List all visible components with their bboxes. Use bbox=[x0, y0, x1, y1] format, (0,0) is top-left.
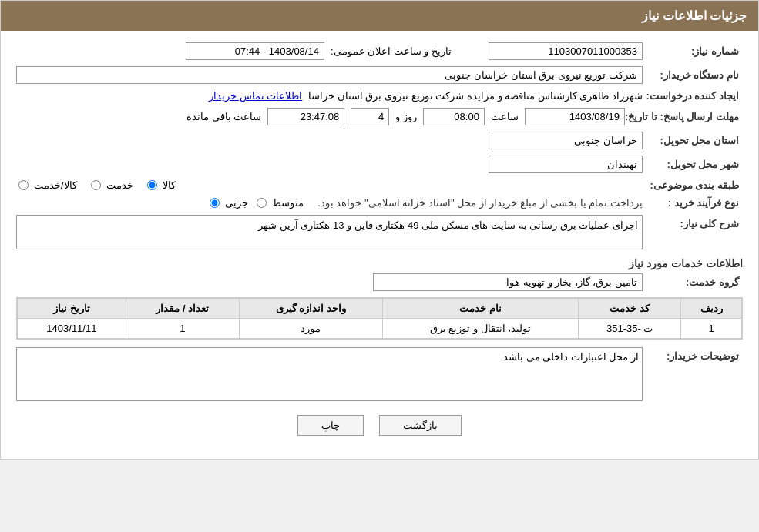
shomara-inline: 1103007011000353 تاریخ و ساعت اعلان عموم… bbox=[16, 42, 643, 60]
ejad-value-cell: شهرزاد طاهری کارشناس مناقصه و مزایده شرک… bbox=[16, 90, 643, 102]
mohlat-baqi-label: ساعت باقی مانده bbox=[186, 111, 261, 122]
page-header: جزئیات اطلاعات نیاز bbox=[1, 1, 758, 31]
radio-kala-khadamat-label: کالا/خدمت bbox=[34, 179, 77, 191]
cell-name: تولید، انتقال و توزیع برق bbox=[382, 319, 579, 339]
dastgah-label: نام دستگاه خریدار: bbox=[643, 69, 743, 81]
shahr-value-cell: نهبندان bbox=[16, 156, 643, 173]
row-dastgah: نام دستگاه خریدار: شرکت توزیع نیروی برق … bbox=[16, 66, 743, 84]
back-button[interactable]: بازگشت bbox=[379, 415, 462, 436]
services-table-container: ردیف کد خدمت نام خدمت واحد اندازه گیری ت… bbox=[16, 297, 743, 340]
row-shahr: شهر محل تحویل: نهبندان bbox=[16, 156, 743, 173]
tarikh-input: 1403/08/14 - 07:44 bbox=[186, 42, 324, 60]
mohlat-label: مهلت ارسال پاسخ: تا تاریخ: bbox=[625, 111, 743, 122]
ostan-label: استان محل تحویل: bbox=[643, 135, 743, 146]
khadamat-section-title: اطلاعات خدمات مورد نیاز bbox=[16, 257, 743, 269]
col-name: نام خدمت bbox=[382, 299, 579, 319]
row-navaa: نوع فرآیند خرید : پرداخت تمام یا بخشی از… bbox=[16, 197, 743, 209]
mohlat-rooz-label: روز و bbox=[395, 111, 417, 122]
radio-kala: کالا bbox=[145, 179, 176, 191]
ejad-inline: شهرزاد طاهری کارشناس مناقصه و مزایده شرک… bbox=[16, 90, 643, 102]
dastgah-value-cell: شرکت توزیع نیروی برق استان خراسان جنوبی bbox=[16, 66, 643, 84]
mohlat-date-input: 1403/08/19 bbox=[525, 108, 625, 125]
row-sharh: شرح کلی نیاز: اجرای عملیات برق رسانی به … bbox=[16, 215, 743, 249]
shomara-label: شماره نیاز: bbox=[643, 45, 743, 57]
print-button[interactable]: چاپ bbox=[297, 415, 364, 436]
navaa-label: نوع فرآیند خرید : bbox=[643, 197, 743, 209]
ostan-value-cell: خراسان جنوبی bbox=[16, 132, 643, 149]
row-tabaqe: طبقه بندی موضوعی: کالا/خدمت خدمت کالا bbox=[16, 179, 743, 191]
row-ostan: استان محل تحویل: خراسان جنوبی bbox=[16, 132, 743, 149]
radio-khadamat-label: خدمت bbox=[106, 179, 133, 191]
shahr-label: شهر محل تحویل: bbox=[643, 159, 743, 170]
ejad-label: ایجاد کننده درخواست: bbox=[643, 90, 743, 102]
mohlat-value-cell: 1403/08/19 ساعت 08:00 روز و 4 23:47:08 س… bbox=[16, 108, 625, 125]
sharh-input: اجرای عملیات برق رسانی به سایت های مسکن … bbox=[16, 215, 643, 249]
sharh-value-cell: اجرای عملیات برق رسانی به سایت های مسکن … bbox=[16, 215, 643, 249]
col-count: تعداد / مقدار bbox=[126, 299, 239, 319]
table-header-row: ردیف کد خدمت نام خدمت واحد اندازه گیری ت… bbox=[18, 299, 742, 319]
tosihaat-textarea[interactable] bbox=[16, 347, 643, 401]
radio-kala-input[interactable] bbox=[147, 180, 157, 190]
navaa-description: پرداخت تمام یا بخشی از مبلغ خریدار از مح… bbox=[317, 197, 643, 209]
mohlat-baqi-input: 23:47:08 bbox=[267, 108, 344, 125]
radio-kala-khadamat: کالا/خدمت bbox=[16, 179, 77, 191]
radio-kala-khadamat-input[interactable] bbox=[18, 180, 29, 190]
gorohe-label: گروه خدمت: bbox=[643, 276, 743, 288]
sharh-label: شرح کلی نیاز: bbox=[643, 215, 743, 229]
gorohe-value-cell: تامین برق، گاز، بخار و تهویه هوا bbox=[16, 273, 643, 291]
gorohe-input: تامین برق، گاز، بخار و تهویه هوا bbox=[373, 273, 643, 291]
col-radif: ردیف bbox=[681, 299, 742, 319]
ejad-name: شهرزاد طاهری کارشناس مناقصه و مزایده شرک… bbox=[308, 90, 643, 102]
radio-khadamat-input[interactable] bbox=[91, 180, 101, 190]
row-shomara: شماره نیاز: 1103007011000353 تاریخ و ساع… bbox=[16, 42, 743, 60]
tabaqe-label: طبقه بندی موضوعی: bbox=[643, 179, 743, 191]
shahr-input: نهبندان bbox=[489, 156, 643, 173]
ejad-link[interactable]: اطلاعات تماس خریدار bbox=[209, 90, 302, 102]
radio-motavaset-input[interactable] bbox=[257, 198, 267, 208]
radio-motavaset: متوسط bbox=[254, 197, 304, 209]
services-table: ردیف کد خدمت نام خدمت واحد اندازه گیری ت… bbox=[17, 298, 742, 339]
row-tosihaat: توضیحات خریدار: bbox=[16, 347, 743, 403]
dastgah-input: شرکت توزیع نیروی برق استان خراسان جنوبی bbox=[16, 66, 643, 84]
mohlat-saat-input: 08:00 bbox=[423, 108, 485, 125]
col-date: تاریخ نیاز bbox=[18, 299, 126, 319]
page-wrapper: جزئیات اطلاعات نیاز شماره نیاز: 11030070… bbox=[0, 0, 759, 460]
radio-jozei-input[interactable] bbox=[210, 198, 220, 208]
table-row: 1 ت -35-351 تولید، انتقال و توزیع برق مو… bbox=[18, 319, 742, 339]
shomara-value-cell: 1103007011000353 تاریخ و ساعت اعلان عموم… bbox=[16, 42, 643, 60]
radio-kala-label: کالا bbox=[163, 179, 176, 191]
cell-code: ت -35-351 bbox=[579, 319, 681, 339]
col-unit: واحد اندازه گیری bbox=[240, 299, 383, 319]
mohlat-inline: 1403/08/19 ساعت 08:00 روز و 4 23:47:08 س… bbox=[16, 108, 625, 125]
shomara-input: 1103007011000353 bbox=[489, 42, 643, 60]
cell-count: 1 bbox=[126, 319, 239, 339]
navaa-value-cell: پرداخت تمام یا بخشی از مبلغ خریدار از مح… bbox=[16, 197, 643, 209]
cell-unit: مورد bbox=[240, 319, 383, 339]
table-body: 1 ت -35-351 تولید، انتقال و توزیع برق مو… bbox=[18, 319, 742, 339]
tosihaat-value-cell bbox=[16, 347, 643, 403]
mohlat-rooz-input: 4 bbox=[351, 108, 389, 125]
radio-jozei-label: جزیی bbox=[225, 197, 248, 209]
cell-date: 1403/11/11 bbox=[18, 319, 126, 339]
row-gorohe: گروه خدمت: تامین برق، گاز، بخار و تهویه … bbox=[16, 273, 743, 291]
table-head: ردیف کد خدمت نام خدمت واحد اندازه گیری ت… bbox=[18, 299, 742, 319]
row-ejad: ایجاد کننده درخواست: شهرزاد طاهری کارشنا… bbox=[16, 90, 743, 102]
cell-radif: 1 bbox=[681, 319, 742, 339]
radio-khadamat: خدمت bbox=[89, 179, 133, 191]
tabaqe-radio-group: کالا/خدمت خدمت کالا bbox=[16, 179, 643, 191]
radio-motavaset-label: متوسط bbox=[272, 197, 304, 209]
ostan-input: خراسان جنوبی bbox=[489, 132, 643, 149]
radio-jozei: جزیی bbox=[207, 197, 248, 209]
navaa-inline: پرداخت تمام یا بخشی از مبلغ خریدار از مح… bbox=[16, 197, 643, 209]
main-content: شماره نیاز: 1103007011000353 تاریخ و ساع… bbox=[1, 31, 758, 459]
tabaqe-value-cell: کالا/خدمت خدمت کالا bbox=[16, 179, 643, 191]
buttons-row: بازگشت چاپ bbox=[16, 415, 743, 436]
tarikh-label: تاریخ و ساعت اعلان عمومی: bbox=[331, 45, 452, 57]
row-mohlat: مهلت ارسال پاسخ: تا تاریخ: 1403/08/19 سا… bbox=[16, 108, 743, 125]
tosihaat-label: توضیحات خریدار: bbox=[643, 347, 743, 362]
mohlat-saat-label: ساعت bbox=[491, 111, 519, 122]
col-code: کد خدمت bbox=[579, 299, 681, 319]
page-title: جزئیات اطلاعات نیاز bbox=[642, 9, 747, 22]
